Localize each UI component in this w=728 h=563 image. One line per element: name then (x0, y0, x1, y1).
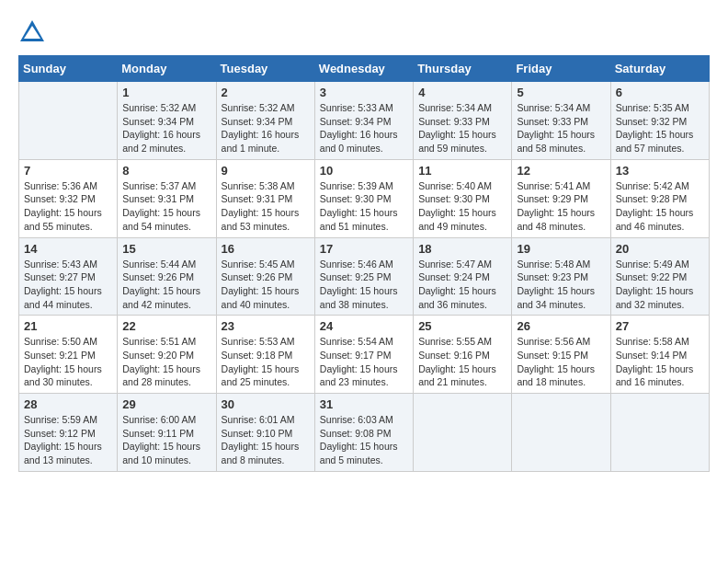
day-info: Sunrise: 5:54 AMSunset: 9:17 PMDaylight:… (320, 335, 408, 389)
day-info: Sunrise: 5:32 AMSunset: 9:34 PMDaylight:… (222, 101, 310, 155)
calendar-cell: 7Sunrise: 5:36 AMSunset: 9:32 PMDaylight… (19, 159, 118, 237)
calendar-cell: 2Sunrise: 5:32 AMSunset: 9:34 PMDaylight… (216, 82, 314, 160)
calendar-header-tuesday: Tuesday (216, 56, 314, 82)
day-number: 10 (320, 164, 408, 178)
calendar-cell: 17Sunrise: 5:46 AMSunset: 9:25 PMDayligh… (314, 237, 413, 316)
day-info: Sunrise: 5:50 AMSunset: 9:21 PMDaylight:… (24, 335, 112, 389)
calendar-week-1: 1Sunrise: 5:32 AMSunset: 9:34 PMDaylight… (19, 82, 710, 160)
day-number: 12 (517, 164, 605, 178)
calendar-cell: 1Sunrise: 5:32 AMSunset: 9:34 PMDaylight… (118, 82, 216, 160)
calendar-week-4: 21Sunrise: 5:50 AMSunset: 9:21 PMDayligh… (19, 316, 710, 394)
day-info: Sunrise: 5:34 AMSunset: 9:33 PMDaylight:… (517, 101, 605, 155)
day-number: 18 (418, 242, 506, 256)
page-header (18, 18, 710, 46)
day-number: 7 (24, 164, 112, 178)
calendar-cell: 19Sunrise: 5:48 AMSunset: 9:23 PMDayligh… (512, 237, 610, 316)
day-number: 15 (122, 242, 210, 256)
calendar-cell: 8Sunrise: 5:37 AMSunset: 9:31 PMDaylight… (118, 159, 216, 237)
day-info: Sunrise: 5:56 AMSunset: 9:15 PMDaylight:… (517, 335, 605, 389)
day-info: Sunrise: 5:39 AMSunset: 9:30 PMDaylight:… (320, 179, 408, 234)
calendar-cell: 23Sunrise: 5:53 AMSunset: 9:18 PMDayligh… (216, 316, 314, 394)
calendar-cell (512, 394, 610, 472)
calendar-cell: 4Sunrise: 5:34 AMSunset: 9:33 PMDaylight… (414, 82, 512, 160)
day-info: Sunrise: 5:36 AMSunset: 9:32 PMDaylight:… (24, 179, 112, 234)
day-info: Sunrise: 5:45 AMSunset: 9:26 PMDaylight:… (222, 258, 310, 312)
day-number: 11 (418, 164, 506, 178)
calendar-cell (414, 394, 512, 472)
day-number: 31 (320, 397, 408, 411)
day-info: Sunrise: 5:49 AMSunset: 9:22 PMDaylight:… (616, 258, 704, 312)
day-info: Sunrise: 5:33 AMSunset: 9:34 PMDaylight:… (320, 101, 408, 155)
day-info: Sunrise: 5:55 AMSunset: 9:16 PMDaylight:… (418, 335, 506, 389)
calendar-header-friday: Friday (512, 56, 610, 82)
day-info: Sunrise: 5:48 AMSunset: 9:23 PMDaylight:… (517, 258, 605, 312)
day-info: Sunrise: 5:32 AMSunset: 9:34 PMDaylight:… (122, 101, 210, 155)
calendar-header-thursday: Thursday (414, 56, 512, 82)
day-number: 2 (222, 86, 310, 99)
day-info: Sunrise: 5:38 AMSunset: 9:31 PMDaylight:… (222, 179, 310, 234)
logo (18, 18, 50, 46)
day-number: 13 (616, 164, 704, 178)
day-info: Sunrise: 5:58 AMSunset: 9:14 PMDaylight:… (616, 335, 704, 389)
day-number: 30 (222, 397, 310, 411)
calendar-table: SundayMondayTuesdayWednesdayThursdayFrid… (18, 55, 710, 472)
day-number: 17 (320, 242, 408, 256)
day-number: 24 (320, 319, 408, 333)
calendar-cell: 26Sunrise: 5:56 AMSunset: 9:15 PMDayligh… (512, 316, 610, 394)
calendar-week-5: 28Sunrise: 5:59 AMSunset: 9:12 PMDayligh… (19, 394, 710, 472)
day-number: 27 (616, 319, 704, 333)
day-number: 29 (122, 397, 210, 411)
calendar-cell: 18Sunrise: 5:47 AMSunset: 9:24 PMDayligh… (414, 237, 512, 316)
calendar-cell: 10Sunrise: 5:39 AMSunset: 9:30 PMDayligh… (314, 159, 413, 237)
day-info: Sunrise: 5:59 AMSunset: 9:12 PMDaylight:… (24, 413, 112, 467)
day-number: 8 (122, 164, 210, 178)
day-info: Sunrise: 6:01 AMSunset: 9:10 PMDaylight:… (222, 413, 310, 467)
day-number: 20 (616, 242, 704, 256)
calendar-cell (19, 82, 118, 160)
calendar-cell: 22Sunrise: 5:51 AMSunset: 9:20 PMDayligh… (118, 316, 216, 394)
day-number: 22 (122, 319, 210, 333)
day-number: 26 (517, 319, 605, 333)
day-info: Sunrise: 5:47 AMSunset: 9:24 PMDaylight:… (418, 258, 506, 312)
calendar-header-sunday: Sunday (19, 56, 118, 82)
calendar-cell: 3Sunrise: 5:33 AMSunset: 9:34 PMDaylight… (314, 82, 413, 160)
calendar-week-3: 14Sunrise: 5:43 AMSunset: 9:27 PMDayligh… (19, 237, 710, 316)
calendar-cell: 29Sunrise: 6:00 AMSunset: 9:11 PMDayligh… (118, 394, 216, 472)
day-info: Sunrise: 5:34 AMSunset: 9:33 PMDaylight:… (418, 101, 506, 155)
calendar-cell: 15Sunrise: 5:44 AMSunset: 9:26 PMDayligh… (118, 237, 216, 316)
calendar-cell: 6Sunrise: 5:35 AMSunset: 9:32 PMDaylight… (610, 82, 709, 160)
day-number: 4 (418, 86, 506, 99)
calendar-cell: 31Sunrise: 6:03 AMSunset: 9:08 PMDayligh… (314, 394, 413, 472)
day-info: Sunrise: 5:51 AMSunset: 9:20 PMDaylight:… (122, 335, 210, 389)
day-info: Sunrise: 5:43 AMSunset: 9:27 PMDaylight:… (24, 258, 112, 312)
day-number: 21 (24, 319, 112, 333)
day-number: 16 (222, 242, 310, 256)
calendar-cell: 16Sunrise: 5:45 AMSunset: 9:26 PMDayligh… (216, 237, 314, 316)
calendar-cell: 12Sunrise: 5:41 AMSunset: 9:29 PMDayligh… (512, 159, 610, 237)
calendar-cell: 5Sunrise: 5:34 AMSunset: 9:33 PMDaylight… (512, 82, 610, 160)
day-number: 28 (24, 397, 112, 411)
day-number: 6 (616, 86, 704, 99)
logo-icon (18, 18, 46, 46)
calendar-cell: 27Sunrise: 5:58 AMSunset: 9:14 PMDayligh… (610, 316, 709, 394)
calendar-cell: 24Sunrise: 5:54 AMSunset: 9:17 PMDayligh… (314, 316, 413, 394)
day-number: 3 (320, 86, 408, 99)
day-number: 14 (24, 242, 112, 256)
calendar-cell: 13Sunrise: 5:42 AMSunset: 9:28 PMDayligh… (610, 159, 709, 237)
day-info: Sunrise: 5:41 AMSunset: 9:29 PMDaylight:… (517, 179, 605, 234)
day-info: Sunrise: 5:46 AMSunset: 9:25 PMDaylight:… (320, 258, 408, 312)
calendar-cell: 14Sunrise: 5:43 AMSunset: 9:27 PMDayligh… (19, 237, 118, 316)
calendar-cell: 25Sunrise: 5:55 AMSunset: 9:16 PMDayligh… (414, 316, 512, 394)
calendar-cell: 28Sunrise: 5:59 AMSunset: 9:12 PMDayligh… (19, 394, 118, 472)
day-info: Sunrise: 6:00 AMSunset: 9:11 PMDaylight:… (122, 413, 210, 467)
calendar-cell: 30Sunrise: 6:01 AMSunset: 9:10 PMDayligh… (216, 394, 314, 472)
calendar-week-2: 7Sunrise: 5:36 AMSunset: 9:32 PMDaylight… (19, 159, 710, 237)
day-number: 1 (122, 86, 210, 99)
calendar-cell: 9Sunrise: 5:38 AMSunset: 9:31 PMDaylight… (216, 159, 314, 237)
day-number: 19 (517, 242, 605, 256)
calendar-header-row: SundayMondayTuesdayWednesdayThursdayFrid… (19, 56, 710, 82)
day-number: 5 (517, 86, 605, 99)
day-info: Sunrise: 5:35 AMSunset: 9:32 PMDaylight:… (616, 101, 704, 155)
day-number: 23 (222, 319, 310, 333)
calendar-header-saturday: Saturday (610, 56, 709, 82)
